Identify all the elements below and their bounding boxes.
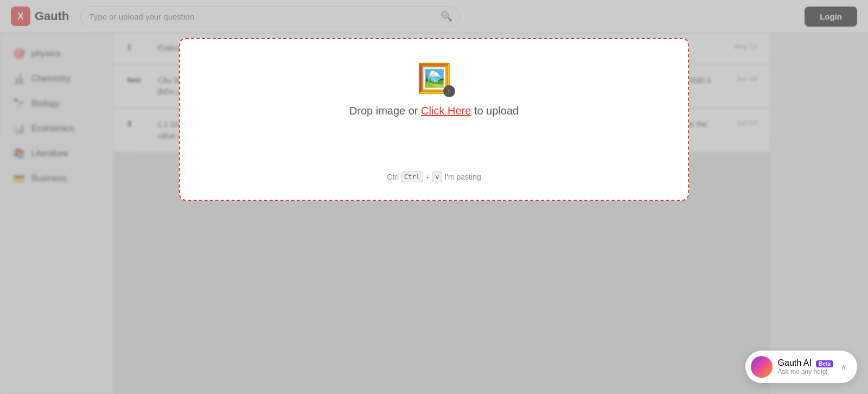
upload-arrow-icon: ↑ xyxy=(443,85,455,97)
ai-name: Gauth AI xyxy=(778,358,812,367)
paste-v-key: v xyxy=(432,171,442,182)
paste-plus: + xyxy=(425,173,430,181)
drop-text-before: Drop image or xyxy=(349,105,421,117)
paste-suffix-text: I'm pasting xyxy=(444,173,481,181)
ai-avatar xyxy=(751,356,773,378)
ai-info: Gauth AI Beta Ask me any help! xyxy=(778,358,833,376)
click-here-link[interactable]: Click Here xyxy=(421,105,471,117)
upload-icon-wrap: 🖼️ ↑ xyxy=(417,62,452,95)
upload-overlay: 🖼️ ↑ Drop image or Click Here to upload … xyxy=(0,0,868,394)
ai-chevron-icon[interactable]: ∧ xyxy=(841,363,846,371)
paste-ctrl-key: Ctrl xyxy=(401,171,423,182)
upload-modal[interactable]: 🖼️ ↑ Drop image or Click Here to upload … xyxy=(179,38,689,201)
ai-chat-bubble[interactable]: Gauth AI Beta Ask me any help! ∧ xyxy=(745,351,857,383)
upload-drop-text: Drop image or Click Here to upload xyxy=(349,105,519,117)
drop-text-after: to upload xyxy=(471,105,519,117)
ai-name-row: Gauth AI Beta xyxy=(778,358,833,368)
ai-badge: Beta xyxy=(816,360,833,367)
paste-prefix: Ctrl xyxy=(387,173,399,181)
ai-subtitle: Ask me any help! xyxy=(778,368,833,376)
paste-hint: Ctrl Ctrl + v I'm pasting xyxy=(387,171,481,182)
